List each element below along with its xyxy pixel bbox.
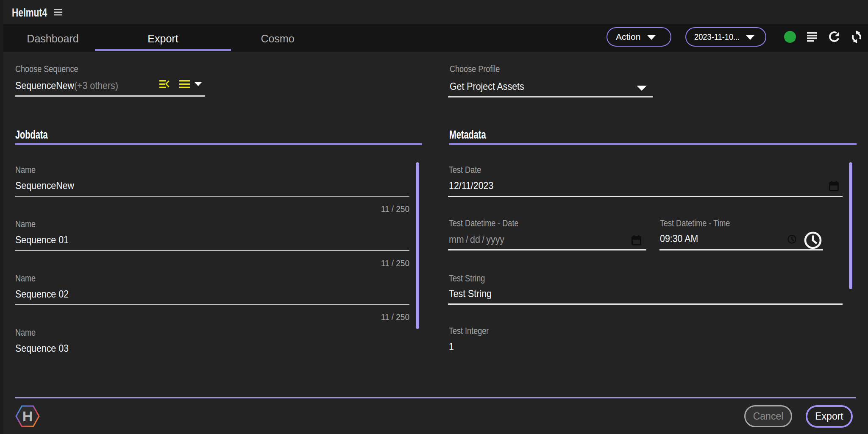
- svg-text:H: H: [22, 408, 33, 424]
